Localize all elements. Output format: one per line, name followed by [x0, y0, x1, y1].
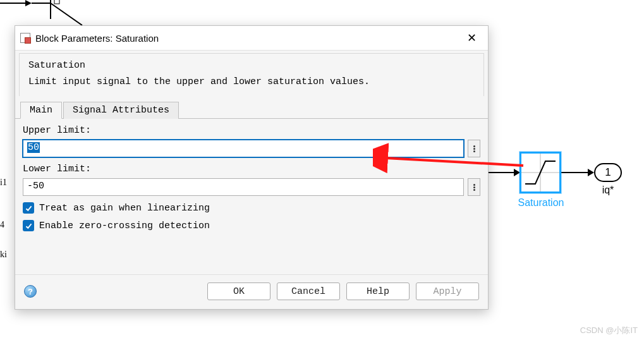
wire-saturation-to-out — [561, 172, 589, 173]
check-icon — [25, 222, 33, 230]
wire-arrow-2 — [588, 169, 594, 176]
treat-as-gain-checkbox[interactable] — [23, 202, 34, 214]
zero-crossing-label: Enable zero-crossing detection — [39, 221, 210, 231]
outport-label: iq* — [594, 185, 622, 196]
side-label-i1: i1 — [0, 178, 7, 188]
lower-limit-label: Lower limit: — [23, 164, 480, 174]
lower-limit-input[interactable]: -50 — [23, 178, 464, 196]
svg-marker-1 — [25, 0, 32, 6]
upper-limit-label: Upper limit: — [23, 125, 480, 136]
upper-limit-input[interactable]: 50 — [23, 140, 464, 157]
simulink-block-icon — [20, 33, 30, 43]
bg-wire-top — [0, 0, 114, 25]
close-icon[interactable]: ✕ — [461, 30, 483, 46]
outport-block[interactable]: 1 — [594, 163, 622, 182]
upper-limit-value: 50 — [27, 142, 40, 153]
tab-strip: Main Signal Attributes — [15, 101, 488, 119]
svg-rect-5 — [54, 0, 59, 4]
svg-line-4 — [51, 3, 82, 25]
dialog-titlebar: Block Parameters: Saturation ✕ — [15, 26, 488, 51]
ok-button[interactable]: OK — [207, 282, 270, 300]
apply-button[interactable]: Apply — [416, 282, 479, 300]
watermark: CSDN @小陈IT — [580, 325, 638, 336]
zero-crossing-checkbox[interactable] — [23, 220, 34, 231]
help-bubble-icon[interactable]: ? — [24, 285, 37, 298]
dialog-button-row: ? OK Cancel Help Apply — [15, 274, 488, 309]
saturation-block[interactable] — [519, 152, 561, 193]
outport-number: 1 — [605, 166, 611, 179]
form-area: Upper limit: 50 Lower limit: -50 Treat a… — [15, 119, 488, 274]
tab-main[interactable]: Main — [20, 102, 62, 119]
upper-limit-more-button[interactable] — [468, 140, 480, 157]
side-label-4: 4 — [0, 220, 4, 230]
block-parameters-dialog: Block Parameters: Saturation ✕ Saturatio… — [15, 25, 489, 310]
treat-as-gain-label: Treat as gain when linearizing — [39, 203, 210, 214]
dialog-title: Block Parameters: Saturation — [35, 33, 461, 44]
tab-signal-attributes[interactable]: Signal Attributes — [63, 102, 179, 119]
lower-limit-value: -50 — [27, 181, 44, 191]
cancel-button[interactable]: Cancel — [277, 282, 340, 300]
block-type-heading: Saturation — [28, 58, 476, 74]
check-icon — [25, 204, 33, 212]
block-description-text: Limit input signal to the upper and lowe… — [28, 74, 476, 90]
side-label-ki: ki — [0, 250, 7, 260]
saturation-block-label: Saturation — [506, 197, 576, 209]
help-button[interactable]: Help — [346, 282, 410, 300]
block-description: Saturation Limit input signal to the upp… — [19, 53, 484, 96]
lower-limit-more-button[interactable] — [468, 178, 480, 196]
